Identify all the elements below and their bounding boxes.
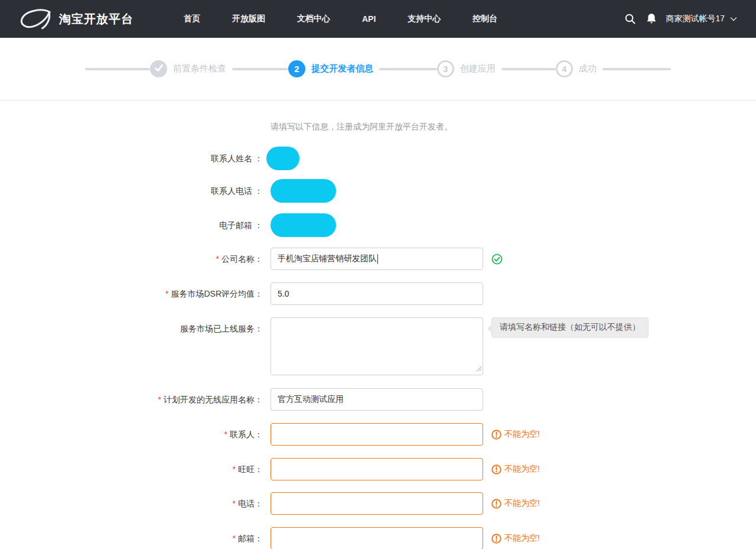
redacted-email-value xyxy=(271,213,336,237)
online-services-row: 服务市场已上线服务： 请填写名称和链接（如无可以不提供） xyxy=(0,317,756,375)
wangwang-row: *旺旺： 不能为空! xyxy=(0,458,756,480)
company-input[interactable]: 手机淘宝店铺营销研发团队 xyxy=(271,248,483,270)
nav-item-openmap[interactable]: 开放版图 xyxy=(216,14,281,24)
email-display-label: 电子邮箱 ： xyxy=(0,219,263,231)
text-caret xyxy=(377,254,378,264)
company-row: *公司名称： 手机淘宝店铺营销研发团队 xyxy=(0,248,756,270)
contact-error: 不能为空! xyxy=(491,429,540,440)
company-label: 公司名称： xyxy=(221,254,263,264)
warning-icon xyxy=(491,534,501,544)
required-asterisk: * xyxy=(233,464,236,474)
mail-row: *邮箱： 不能为空! xyxy=(0,527,756,549)
required-asterisk: * xyxy=(233,534,236,543)
step-2-circle-active: 2 xyxy=(288,60,305,77)
app-name-input[interactable] xyxy=(271,388,483,411)
contact-input[interactable] xyxy=(271,423,483,446)
phone-label: 电话： xyxy=(238,499,263,508)
step-4-number: 4 xyxy=(562,64,567,74)
stepper-line xyxy=(379,68,437,70)
brand-title: 淘宝开放平台 xyxy=(59,11,133,27)
nav-item-api[interactable]: API xyxy=(346,14,392,24)
stepper-line xyxy=(85,68,150,70)
account-name: 商家测试帐号17 xyxy=(666,14,725,24)
stepper-line xyxy=(602,68,671,70)
nav-item-home[interactable]: 首页 xyxy=(168,14,216,24)
required-asterisk: * xyxy=(158,395,161,404)
contact-label: 联系人： xyxy=(230,430,263,439)
required-asterisk: * xyxy=(216,254,219,264)
step-1-circle-done xyxy=(150,60,167,77)
company-value: 手机淘宝店铺营销研发团队 xyxy=(278,254,377,264)
contact-row: *联系人： 不能为空! xyxy=(0,423,756,446)
warning-icon xyxy=(491,430,501,440)
email-display-row: 电子邮箱 ： xyxy=(0,213,756,237)
app-name-label: 计划开发的无线应用名称： xyxy=(164,395,263,404)
warning-icon xyxy=(491,464,501,475)
wangwang-error: 不能为空! xyxy=(491,464,540,475)
success-check-icon xyxy=(491,254,503,265)
required-asterisk: * xyxy=(233,499,236,508)
dsr-row: *服务市场DSR评分均值： xyxy=(0,282,756,305)
redacted-contact-phone-value xyxy=(271,179,336,203)
search-icon[interactable] xyxy=(620,8,641,30)
wangwang-input[interactable] xyxy=(271,458,483,480)
resize-handle-icon[interactable] xyxy=(475,363,481,373)
wangwang-error-text: 不能为空! xyxy=(504,464,540,475)
online-services-textarea[interactable] xyxy=(271,317,483,375)
check-icon xyxy=(154,64,164,74)
main-nav: 首页 开放版图 文档中心 API 支持中心 控制台 xyxy=(168,14,513,24)
warning-icon xyxy=(491,499,501,509)
step-2-number: 2 xyxy=(294,64,299,74)
progress-stepper: 前置条件检查 2 提交开发者信息 3 创建应用 4 成功 xyxy=(0,38,756,100)
contact-phone-row: 联系人电话 ： xyxy=(0,179,756,203)
step-4-label: 成功 xyxy=(579,63,597,74)
required-asterisk: * xyxy=(165,289,168,298)
contact-name-row: 联系人姓名 ： xyxy=(0,147,756,170)
nav-item-support[interactable]: 支持中心 xyxy=(392,14,457,24)
contact-phone-label: 联系人电话 ： xyxy=(0,185,263,197)
phone-error-text: 不能为空! xyxy=(504,498,540,509)
step-3-circle-pending: 3 xyxy=(437,60,454,77)
form-intro-text: 请填写以下信息，注册成为阿里开放平台开发者。 xyxy=(271,121,756,132)
phone-input[interactable] xyxy=(271,492,483,515)
stepper-line xyxy=(501,68,556,70)
required-asterisk: * xyxy=(224,430,227,439)
wangwang-label: 旺旺： xyxy=(238,464,263,474)
mail-label: 邮箱： xyxy=(238,534,263,543)
mail-error-text: 不能为空! xyxy=(504,533,540,544)
mail-error: 不能为空! xyxy=(491,533,540,544)
step-4-circle-pending: 4 xyxy=(556,60,573,77)
stepper-line xyxy=(232,68,288,70)
step-3-label: 创建应用 xyxy=(460,63,496,74)
step-2-label: 提交开发者信息 xyxy=(311,63,373,74)
services-hint-tooltip: 请填写名称和链接（如无可以不提供） xyxy=(491,317,649,337)
phone-row: *电话： 不能为空! xyxy=(0,492,756,515)
dsr-label: 服务市场DSR评分均值： xyxy=(171,289,263,298)
alibaba-logo-icon xyxy=(19,8,52,30)
account-menu[interactable]: 商家测试帐号17 xyxy=(666,14,737,24)
developer-registration-form: 请填写以下信息，注册成为阿里开放平台开发者。 联系人姓名 ： 联系人电话 ： 电… xyxy=(0,100,756,549)
redacted-contact-name-value xyxy=(266,147,299,170)
dsr-input[interactable] xyxy=(271,282,483,305)
online-services-label: 服务市场已上线服务： xyxy=(0,317,263,334)
nav-item-console[interactable]: 控制台 xyxy=(457,14,513,24)
top-navbar: 淘宝开放平台 首页 开放版图 文档中心 API 支持中心 控制台 商家测试帐号1… xyxy=(0,0,756,38)
chevron-down-icon xyxy=(730,17,737,21)
brand-logo[interactable]: 淘宝开放平台 xyxy=(19,8,133,30)
step-1-label: 前置条件检查 xyxy=(173,63,226,74)
contact-name-label: 联系人姓名 ： xyxy=(0,152,263,164)
contact-error-text: 不能为空! xyxy=(504,429,540,440)
app-name-row: *计划开发的无线应用名称： xyxy=(0,388,756,411)
nav-item-docs[interactable]: 文档中心 xyxy=(281,14,346,24)
mail-input[interactable] xyxy=(271,527,483,549)
step-3-number: 3 xyxy=(444,64,448,74)
notification-bell-icon[interactable] xyxy=(641,8,662,30)
phone-error: 不能为空! xyxy=(491,498,540,509)
